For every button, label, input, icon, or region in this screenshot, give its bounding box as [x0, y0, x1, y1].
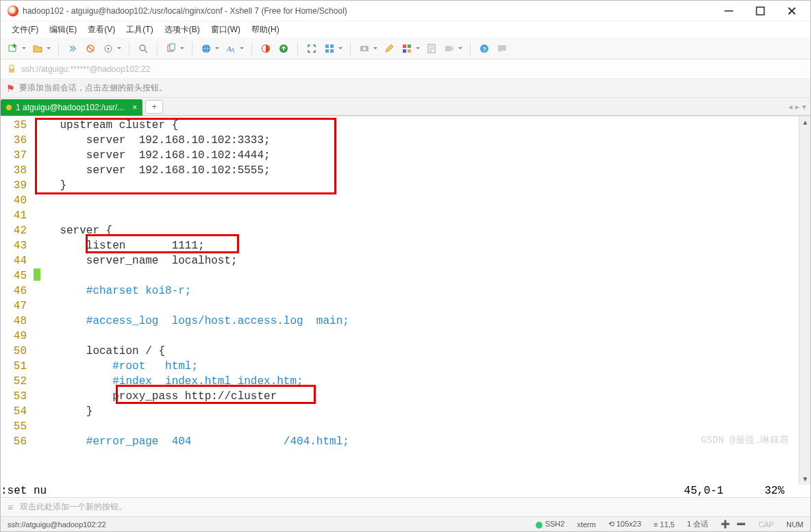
search-button[interactable]: [135, 40, 151, 57]
reconnect-button[interactable]: [64, 40, 81, 57]
svg-rect-19: [403, 45, 406, 48]
code-line: 56 #error_page 404 /404.html;: [1, 434, 799, 449]
disconnect-button[interactable]: [82, 40, 99, 57]
code-text: server_name localhost;: [34, 253, 238, 268]
svg-rect-22: [408, 49, 411, 53]
properties-button[interactable]: [100, 40, 116, 57]
session-tab[interactable]: 1 atguigu@hadoop102:/usr/... ×: [1, 99, 142, 116]
svg-point-18: [363, 47, 366, 50]
layout-button[interactable]: [321, 40, 338, 57]
code-text: location / {: [34, 344, 165, 359]
window-title: hadoop102 - atguigu@hadoop102:/usr/local…: [23, 6, 713, 16]
status-minus-icon[interactable]: ➖: [736, 520, 746, 528]
svg-rect-20: [408, 45, 411, 48]
menu-tools[interactable]: 工具(T): [122, 23, 157, 37]
code-text: #charset koi8-r;: [34, 283, 191, 299]
code-line: 55: [1, 419, 799, 434]
svg-rect-24: [445, 46, 451, 51]
code-line: 41: [1, 208, 799, 223]
line-number: 38: [1, 163, 34, 178]
highlight-button[interactable]: [381, 40, 397, 57]
tab-list-icon[interactable]: ▾: [802, 102, 806, 112]
code-line: 54 }: [1, 404, 799, 419]
status-bar: ssh://atguigu@hadoop102:22 SSH2 xterm ⟲ …: [1, 516, 810, 531]
code-line: 38 server 192.168.10.102:5555;: [1, 163, 799, 178]
tab-close-icon[interactable]: ×: [132, 103, 137, 112]
code-line: 36 server 192.168.10.102:3333;: [1, 133, 799, 148]
script-button[interactable]: [423, 40, 440, 57]
code-line: 43 listen 1111;: [1, 238, 799, 253]
scrollbar[interactable]: ▲ ▼: [799, 116, 810, 485]
new-session-button[interactable]: [5, 40, 21, 57]
line-number: 53: [1, 389, 34, 404]
add-tab-button[interactable]: +: [145, 100, 163, 114]
code-line: 44 server_name localhost;: [1, 253, 799, 268]
copy-button[interactable]: [163, 40, 179, 57]
line-number: 43: [1, 238, 34, 253]
help-button[interactable]: ?: [476, 40, 492, 57]
code-text: #error_page 404 /404.html;: [34, 434, 349, 449]
hamburger-icon[interactable]: ≡: [8, 502, 13, 513]
scroll-up-icon[interactable]: ▲: [799, 116, 811, 128]
menu-edit[interactable]: 编辑(E): [45, 23, 81, 37]
line-number: 36: [1, 133, 34, 148]
tab-prev-icon[interactable]: ◂: [788, 102, 793, 112]
code-text: server 192.168.10.102:5555;: [34, 163, 271, 178]
line-number: 40: [1, 193, 34, 208]
status-cursor: ≡ 11,5: [653, 520, 675, 529]
lock-icon: [6, 64, 17, 75]
code-text: upstream cluster {: [34, 118, 178, 133]
line-number: 44: [1, 253, 34, 268]
status-term: xterm: [577, 520, 596, 529]
menu-bar: 文件(F) 编辑(E) 查看(V) 工具(T) 选项卡(B) 窗口(W) 帮助(…: [1, 21, 810, 38]
quick-bar-hint: 双击此处添加一个新的按钮。: [20, 501, 127, 513]
menu-window[interactable]: 窗口(W): [207, 23, 245, 37]
font-button[interactable]: AA: [223, 40, 239, 57]
menu-view[interactable]: 查看(V): [84, 23, 119, 37]
code-text: listen 1111;: [34, 238, 205, 253]
line-number: 54: [1, 404, 34, 419]
svg-point-5: [140, 45, 145, 51]
code-line: 39 }: [1, 178, 799, 193]
terminal[interactable]: GSDN @最後…啉箖蕁 35 upstream cluster {36 ser…: [1, 116, 799, 485]
maximize-button[interactable]: [745, 1, 776, 21]
quick-bar[interactable]: ≡ 双击此处添加一个新的按钮。: [1, 497, 810, 516]
line-number: 41: [1, 208, 34, 223]
svg-point-4: [108, 47, 110, 49]
close-button[interactable]: [776, 1, 808, 21]
tab-next-icon[interactable]: ▸: [795, 102, 799, 112]
svg-rect-14: [330, 45, 334, 48]
minimize-button[interactable]: [713, 1, 745, 21]
menu-file[interactable]: 文件(F): [8, 23, 42, 37]
svg-rect-16: [330, 49, 334, 53]
screenshot-button[interactable]: [356, 40, 373, 57]
svg-rect-13: [325, 45, 329, 48]
code-line: 49: [1, 329, 799, 344]
menu-help[interactable]: 帮助(H): [247, 23, 284, 37]
line-number: 56: [1, 434, 34, 449]
color-button[interactable]: [399, 40, 415, 57]
address-bar[interactable]: ssh://atguigu:******@hadoop102:22: [1, 60, 810, 79]
line-number: 55: [1, 419, 34, 434]
status-proto: SSH2: [536, 520, 565, 528]
code-text: }: [34, 404, 92, 419]
line-number: 50: [1, 344, 34, 359]
menu-tab[interactable]: 选项卡(B): [160, 23, 204, 37]
globe-button[interactable]: [198, 40, 214, 57]
cursor: [34, 268, 40, 281]
xagent-button[interactable]: [258, 40, 274, 57]
status-plus-icon[interactable]: ➕: [721, 520, 730, 528]
line-number: 47: [1, 299, 34, 314]
open-button[interactable]: [29, 40, 46, 57]
code-line: 46 #charset koi8-r;: [1, 283, 799, 299]
status-dot-icon: [536, 522, 542, 529]
scroll-down-icon[interactable]: ▼: [799, 473, 811, 485]
svg-rect-15: [325, 49, 329, 53]
line-number: 51: [1, 359, 34, 374]
line-number: 46: [1, 283, 34, 299]
fullscreen-button[interactable]: [303, 40, 320, 57]
xftp-button[interactable]: [275, 40, 292, 57]
record-button[interactable]: [441, 40, 458, 57]
chat-button[interactable]: [494, 40, 510, 57]
svg-text:?: ?: [483, 46, 487, 53]
